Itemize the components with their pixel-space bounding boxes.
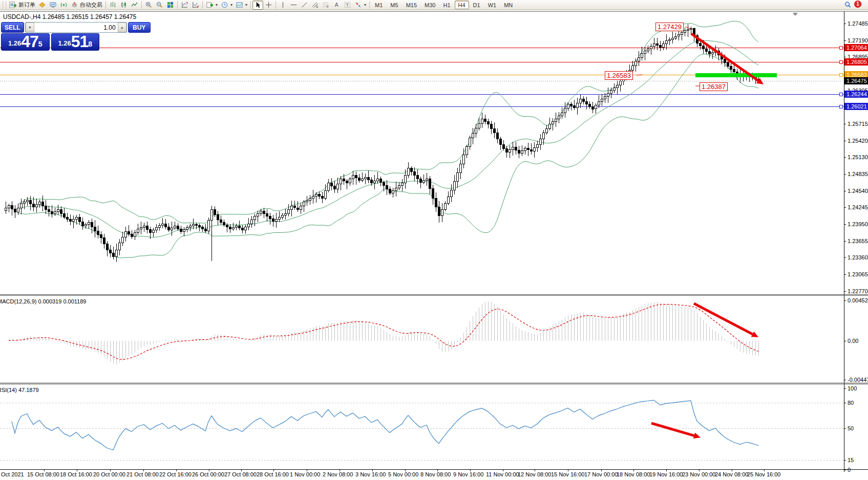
timeframe-m30[interactable]: M30 <box>421 1 439 9</box>
macd-tick-label: 0.004524 <box>848 297 868 303</box>
candle-body <box>100 234 102 238</box>
candle-body <box>576 103 578 108</box>
candle-body <box>14 209 16 212</box>
sell-price-panel[interactable]: 1.26475 <box>1 33 50 51</box>
candle-body <box>564 108 566 113</box>
timeframe-h4[interactable]: H4 <box>455 1 469 9</box>
candle-body <box>45 206 47 209</box>
timeframe-mn[interactable]: MN <box>500 1 516 9</box>
buy-button[interactable]: BUY <box>128 22 151 33</box>
green-highlight-zone[interactable] <box>695 73 777 77</box>
timeframe-m5[interactable]: M5 <box>387 1 401 9</box>
candle-body <box>656 43 658 45</box>
candle-body <box>469 138 471 147</box>
candle-body <box>327 183 329 190</box>
sell-price-sup: 5 <box>38 34 43 54</box>
timeframe-m1[interactable]: M1 <box>371 1 386 9</box>
timeframe-d1[interactable]: D1 <box>470 1 484 9</box>
add-indicator-icon <box>206 1 214 9</box>
zoom-out-button[interactable] <box>154 1 165 10</box>
candle-body <box>619 81 621 85</box>
candle-body <box>20 203 22 208</box>
candle-body <box>275 220 277 222</box>
buy-price-panel[interactable]: 1.26518 <box>51 33 100 51</box>
market-watch-button[interactable] <box>48 1 58 10</box>
volume-input[interactable] <box>34 23 118 32</box>
text-tool[interactable]: A <box>331 1 342 10</box>
channel-tool[interactable]: E <box>310 1 321 10</box>
candle-body <box>432 188 434 198</box>
fibonacci-tool[interactable]: F <box>321 1 331 10</box>
chart-template-button[interactable]: ▾ <box>234 1 249 10</box>
zoom-in-button[interactable] <box>143 1 154 10</box>
candle-body <box>398 185 400 188</box>
trend-arrow[interactable] <box>651 423 694 435</box>
price-annotation-label[interactable]: 1.26387 <box>700 82 728 91</box>
vertical-line-tool[interactable] <box>278 1 288 10</box>
candle-body <box>29 201 31 204</box>
candle-body <box>161 224 163 226</box>
horizontal-line-tool[interactable] <box>288 1 299 10</box>
timeframe-w1[interactable]: W1 <box>484 1 500 9</box>
time-axis-label: 9 Nov 16:00 <box>453 471 483 477</box>
add-indicator-button[interactable]: ▾ <box>204 1 219 10</box>
hline-handle[interactable] <box>839 105 842 108</box>
candle-body <box>638 57 640 61</box>
crosshair-tool-button[interactable] <box>263 1 274 10</box>
notification-badge[interactable]: 1 <box>854 1 861 8</box>
timeframe-group: M1M5M15M30H1H4D1W1MN <box>371 1 516 9</box>
bar-chart-button[interactable] <box>108 1 118 10</box>
label-tool[interactable]: T <box>342 1 353 10</box>
candle-body <box>124 232 126 237</box>
cursor-tool-button[interactable] <box>252 1 263 10</box>
candle-body <box>567 104 569 108</box>
trend-arrow[interactable] <box>694 303 752 334</box>
candle-body <box>472 133 474 138</box>
price-tick-label: 1.25420 <box>848 138 868 144</box>
signals-button[interactable] <box>58 1 69 10</box>
price-tick-label: 1.24835 <box>848 171 868 177</box>
periods-button[interactable]: ▾ <box>219 1 234 10</box>
timeframe-m15[interactable]: M15 <box>403 1 420 9</box>
price-annotation-label[interactable]: 1.27429 <box>655 23 684 31</box>
hline-handle[interactable] <box>839 60 842 63</box>
chart-canvas[interactable]: 1.274851.271901.268951.263051.257151.254… <box>0 0 868 480</box>
price-annotation-label[interactable]: 1.26583 <box>605 71 633 80</box>
search-button[interactable] <box>842 1 853 10</box>
trend-arrow-head[interactable] <box>693 433 701 439</box>
candle-body <box>518 150 520 153</box>
sell-button[interactable]: SELL <box>1 22 24 33</box>
candle-body <box>330 183 332 186</box>
indicator-window-button[interactable] <box>179 1 190 10</box>
chart-shift-marker[interactable] <box>793 13 798 16</box>
candles-layer <box>5 24 759 262</box>
candle-body <box>51 211 53 213</box>
candle-chart-button[interactable] <box>118 1 129 10</box>
search-icon <box>844 1 852 9</box>
arrows-tool[interactable]: ▾ <box>353 1 368 10</box>
hline-handle[interactable] <box>839 93 842 96</box>
line-chart-icon <box>131 1 138 9</box>
toolbar-separator <box>202 1 203 9</box>
toolbar-grip[interactable] <box>3 2 6 9</box>
candle-body <box>232 227 234 229</box>
hline-handle[interactable] <box>839 46 842 49</box>
timeframe-h1[interactable]: H1 <box>439 1 454 9</box>
candle-body <box>687 30 689 31</box>
trendline-tool[interactable] <box>299 1 310 10</box>
line-chart-button[interactable] <box>129 1 140 10</box>
volume-increase-button[interactable]: ▲ <box>118 23 126 32</box>
candle-body <box>659 46 661 47</box>
volume-decrease-button[interactable]: ▼ <box>26 23 34 32</box>
new-order-button[interactable]: 新订单 <box>8 1 37 10</box>
candle-body <box>137 229 139 233</box>
new-chart-button[interactable] <box>37 1 48 10</box>
auto-trading-button[interactable]: 自动交易 <box>69 1 104 10</box>
time-axis-label: 26 Oct 00:00 <box>192 471 224 477</box>
one-click-trading-panel: SELL ▼ ▲ BUY 1.26475 1.26518 <box>1 22 99 51</box>
indicator-window2-button[interactable] <box>190 1 201 10</box>
tile-windows-button[interactable] <box>165 1 176 10</box>
candle-body <box>404 176 406 183</box>
candle-body <box>727 63 729 67</box>
hline-handle[interactable] <box>839 73 842 76</box>
